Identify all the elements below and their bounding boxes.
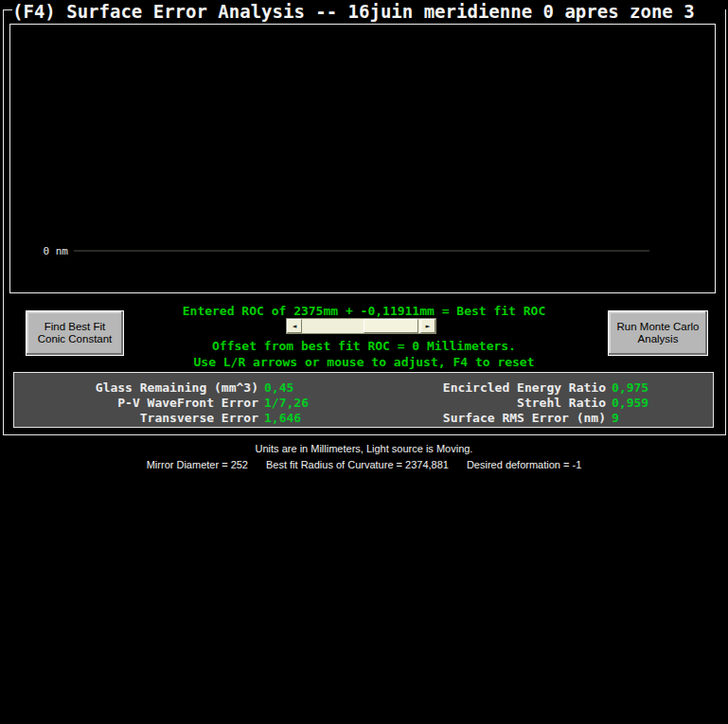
mirror-params-text: Mirror Diameter = 252 Best fit Radius of… xyxy=(0,459,728,470)
stat-label: Encircled Energy Ratio xyxy=(372,380,606,395)
stat-label: Transverse Error xyxy=(22,411,258,425)
window-title: (F4) Surface Error Analysis -- 16juin me… xyxy=(12,1,695,22)
scrollbar-left-arrow-icon[interactable]: ◄ xyxy=(287,319,302,333)
wavefront-chart-svg: 0 nm xyxy=(10,25,715,292)
stat-value: 1,646 xyxy=(264,411,301,425)
statistics-panel: Glass Remaining (mm^3) 0,45 P-V WaveFron… xyxy=(13,372,714,428)
stat-value: 0,45 xyxy=(264,380,293,395)
surface-error-analysis-window: { "window": { "title": "(F4) Surface Err… xyxy=(0,0,728,724)
stat-label: Surface RMS Error (nm) xyxy=(372,411,606,425)
stat-value: 1/7,26 xyxy=(264,396,309,410)
svg-text:0 nm: 0 nm xyxy=(44,245,69,257)
stat-value: 0,959 xyxy=(612,396,648,410)
mirror-diameter-text: Mirror Diameter = 252 xyxy=(147,459,248,470)
desired-deformation-text: Desired deformation = -1 xyxy=(467,459,581,470)
roc-offset-scrollbar[interactable]: ◄ ► xyxy=(286,318,436,334)
best-fit-roc-text: Best fit Radius of Curvature = 2374,881 xyxy=(266,459,449,470)
stat-label: Glass Remaining (mm^3) xyxy=(22,380,258,395)
stat-value: 9 xyxy=(612,411,619,425)
scrollbar-right-arrow-icon[interactable]: ► xyxy=(420,319,435,333)
wavefront-chart-box: 0 nm xyxy=(9,24,716,293)
stat-value: 0,975 xyxy=(612,380,648,395)
stat-label: Strehl Ratio xyxy=(372,396,606,410)
adjust-hint-text: Use L/R arrows or mouse to adjust, F4 to… xyxy=(0,355,728,369)
offset-from-best-fit-text: Offset from best fit ROC = 0 Millimeters… xyxy=(0,339,728,353)
stat-label: P-V WaveFront Error xyxy=(22,396,258,410)
scrollbar-thumb[interactable] xyxy=(364,319,418,333)
units-info-text: Units are in Millimeters, Light source i… xyxy=(0,443,728,454)
